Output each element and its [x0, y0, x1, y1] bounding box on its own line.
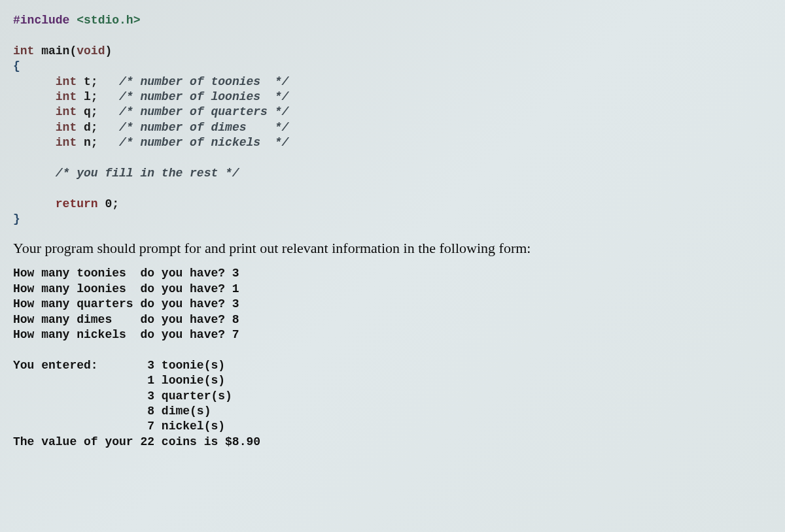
fill-comment: /* you fill in the rest */	[56, 167, 239, 180]
entered-item: 7 nickel(s)	[147, 420, 225, 433]
comment: /* number of toonies */	[119, 75, 288, 88]
entered-item: 1 loonie(s)	[147, 374, 225, 387]
var-name: n	[84, 136, 91, 149]
decl-type: int	[56, 75, 77, 88]
include-directive: #include	[13, 14, 69, 27]
comment: /* number of nickels */	[119, 136, 288, 149]
func-param-type: void	[77, 44, 105, 58]
decl-type: int	[56, 105, 77, 118]
entered-label: You entered:	[13, 359, 98, 372]
instruction-text: Your program should prompt for and print…	[13, 240, 772, 257]
entered-item: 3 toonie(s)	[147, 359, 225, 372]
entered-item: 8 dime(s)	[147, 405, 211, 418]
close-brace: }	[13, 212, 20, 225]
func-return-type: int	[13, 44, 34, 58]
decl-type: int	[56, 136, 77, 149]
comment: /* number of dimes */	[119, 121, 288, 134]
prompt-line: How many toonies do you have? 3	[13, 267, 239, 280]
prompt-line: How many dimes do you have? 8	[13, 313, 239, 326]
prompt-line: How many quarters do you have? 3	[13, 297, 239, 310]
prompt-line: How many loonies do you have? 1	[13, 282, 239, 295]
decl-type: int	[56, 121, 77, 134]
total-line: The value of your 22 coins is $8.90	[13, 435, 260, 448]
var-name: q	[84, 105, 91, 118]
return-value: 0;	[105, 197, 119, 210]
code-block: #include <stdio.h> int main(void) { int …	[13, 13, 772, 227]
prompt-line: How many nickels do you have? 7	[13, 328, 239, 341]
open-brace: {	[13, 59, 20, 73]
sample-output: How many toonies do you have? 3 How many…	[13, 266, 772, 450]
comment: /* number of loonies */	[119, 90, 288, 103]
return-keyword: return	[56, 197, 98, 210]
include-lib: <stdio.h>	[77, 14, 140, 27]
decl-type: int	[56, 90, 77, 103]
entered-item: 3 quarter(s)	[147, 390, 232, 403]
var-name: l	[84, 90, 91, 103]
var-name: d	[84, 121, 91, 134]
var-name: t	[84, 75, 91, 88]
func-name: main	[41, 44, 69, 58]
comment: /* number of quarters */	[119, 105, 288, 118]
